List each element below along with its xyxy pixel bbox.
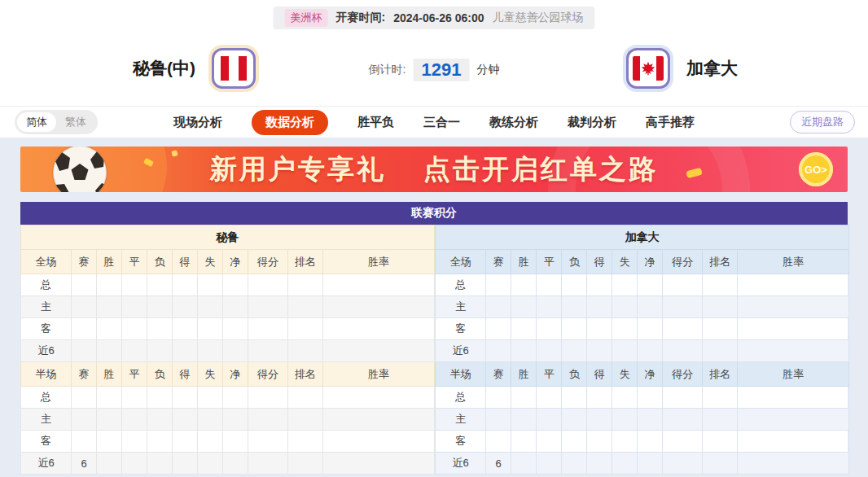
table-cell (511, 296, 537, 318)
tab-three-in-one[interactable]: 三合一 (423, 115, 460, 130)
table-cell: 近6 (436, 453, 486, 475)
stats-row: 近6 (21, 340, 435, 362)
table-cell (738, 409, 849, 431)
stats-row: 近66 (436, 453, 849, 475)
table-cell (738, 318, 849, 340)
table-cell (511, 431, 537, 453)
nav-tabs: 现场分析 数据分析 胜平负 三合一 教练分析 裁判分析 高手推荐 (173, 110, 695, 135)
table-cell: 胜 (511, 250, 537, 274)
table-cell (486, 409, 511, 431)
promo-banner[interactable]: 新用户专享礼 点击开启红单之路 GO> (20, 147, 848, 192)
table-cell (537, 431, 562, 453)
table-cell: 赛 (486, 250, 511, 274)
table-cell (663, 340, 703, 362)
table-cell: 主 (21, 296, 72, 318)
table-cell (562, 453, 587, 475)
table-cell: 客 (21, 431, 72, 453)
table-cell (288, 409, 323, 431)
table-cell: 胜率 (323, 362, 435, 387)
table-cell (223, 340, 248, 362)
language-toggle[interactable]: 简体 繁体 (15, 110, 98, 134)
table-cell: 负 (562, 250, 587, 274)
table-cell (612, 431, 638, 453)
lang-simplified-option[interactable]: 简体 (17, 112, 56, 132)
team-header-row: 加拿大 (436, 225, 849, 250)
stats-row: 客 (436, 318, 849, 340)
table-cell (173, 340, 198, 362)
recent-trends-button[interactable]: 近期盘路 (790, 111, 855, 133)
table-cell (537, 340, 562, 362)
table-cell (122, 274, 147, 296)
table-cell (738, 274, 849, 296)
table-cell (173, 296, 198, 318)
table-cell (288, 431, 323, 453)
table-cell: 秘鲁 (21, 225, 435, 250)
go-button[interactable]: GO> (799, 152, 833, 186)
table-cell (173, 318, 198, 340)
table-cell: 胜 (511, 362, 537, 387)
table-cell (486, 431, 511, 453)
table-cell (72, 274, 97, 296)
countdown: 倒计时: 1291 分钟 (369, 59, 500, 81)
table-cell (122, 340, 147, 362)
table-cell (198, 409, 223, 431)
tab-referee-analysis[interactable]: 裁判分析 (568, 115, 616, 130)
table-cell (122, 409, 147, 431)
table-cell (703, 453, 738, 475)
table-cell: 净 (638, 362, 663, 387)
table-cell (323, 409, 435, 431)
table-cell (663, 318, 703, 340)
table-cell (323, 453, 435, 475)
tab-data-analysis[interactable]: 数据分析 (252, 110, 328, 135)
stats-row: 客 (436, 431, 849, 453)
table-cell (587, 318, 612, 340)
tab-win-draw-loss[interactable]: 胜平负 (357, 115, 394, 130)
table-cell: 赛 (72, 250, 97, 274)
tab-expert-picks[interactable]: 高手推荐 (646, 115, 695, 130)
table-cell (323, 431, 435, 453)
lang-traditional-option[interactable]: 繁体 (56, 112, 95, 132)
table-cell (587, 274, 612, 296)
stats-row: 总 (21, 387, 435, 409)
table-cell (72, 318, 97, 340)
table-cell: 负 (147, 250, 173, 274)
table-cell (72, 340, 97, 362)
table-cell: 得分 (248, 250, 288, 274)
banner-text-2: 点击开启红单之路 (423, 151, 658, 188)
table-cell (248, 296, 288, 318)
table-cell: 排名 (288, 362, 323, 387)
venue-name: 儿童慈善公园球场 (492, 11, 583, 25)
table-cell (562, 431, 587, 453)
table-cell (97, 409, 122, 431)
stats-row: 近66 (21, 453, 435, 475)
table-cell (147, 409, 173, 431)
table-cell (288, 453, 323, 475)
tab-live-analysis[interactable]: 现场分析 (173, 115, 222, 130)
table-cell (638, 340, 663, 362)
table-cell (122, 318, 147, 340)
table-cell (562, 387, 587, 409)
table-cell (323, 340, 435, 362)
table-cell (703, 340, 738, 362)
table-cell (173, 453, 198, 475)
away-team-name: 加拿大 (686, 57, 738, 80)
table-cell (703, 318, 738, 340)
table-cell (248, 409, 288, 431)
table-cell (703, 431, 738, 453)
table-cell: 得分 (663, 250, 703, 274)
table-cell (173, 387, 198, 409)
home-team: 秘鲁(中) (133, 42, 256, 94)
table-cell (147, 431, 173, 453)
table-cell (663, 409, 703, 431)
countdown-value: 1291 (413, 59, 469, 81)
table-cell (486, 318, 511, 340)
table-cell: 净 (223, 250, 248, 274)
tab-coach-analysis[interactable]: 教练分析 (489, 115, 538, 130)
table-sides: 秘鲁全场赛胜平负得失净得分排名胜率总主客近6半场赛胜平负得失净得分排名胜率总主客… (20, 225, 848, 475)
stats-row: 总 (436, 274, 849, 296)
table-cell (663, 296, 703, 318)
table-cell: 得 (587, 362, 612, 387)
table-cell (703, 387, 738, 409)
table-cell (97, 431, 122, 453)
table-cell: 平 (122, 250, 147, 274)
